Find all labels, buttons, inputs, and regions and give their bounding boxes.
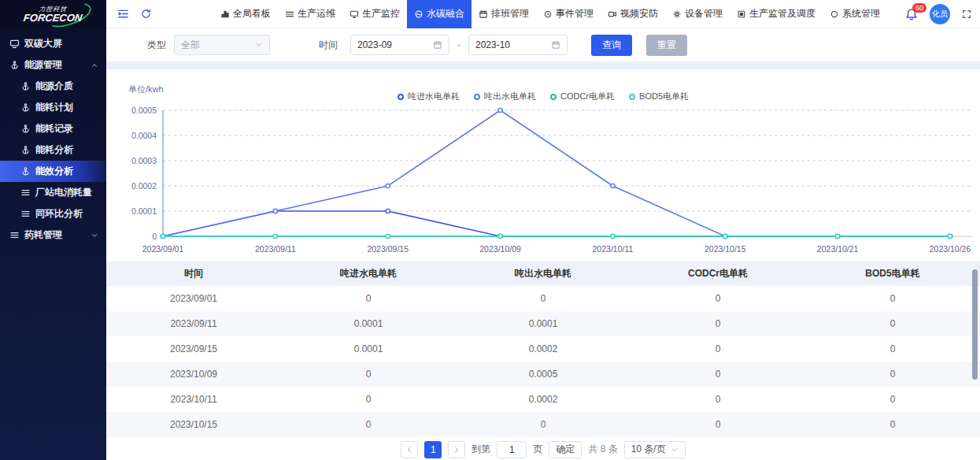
page-size-value: 10 条/页 [631,443,666,456]
legend-item-吨进水电单耗[interactable]: 吨进水电单耗 [398,91,460,102]
legend-item-CODCr电单耗[interactable]: CODCr电单耗 [550,91,615,102]
device-icon [672,9,682,19]
nav-item-label: 全局看板 [233,7,271,20]
sidebar-item-同环比分析[interactable]: 同环比分析 [0,203,106,224]
type-select-value: 全部 [181,39,200,52]
table-row: 2023/10/0900.000500 [106,362,980,387]
table-row: 2023/09/110.00010.000100 [106,311,980,336]
sidebar-item-label: 厂站电消耗量 [35,186,92,199]
nav-item-生产监管及调度[interactable]: 生产监管及调度 [730,0,823,28]
legend-item-吨出水电单耗[interactable]: 吨出水电单耗 [474,91,536,102]
screen-icon [9,39,20,49]
nav-item-事件管理[interactable]: 事件管理 [536,0,601,28]
refresh-icon[interactable] [140,8,152,20]
table-cell: 0 [281,412,456,437]
sidebar-item-label: 双碳大屏 [24,37,62,50]
table-cell: 2023/10/11 [106,387,281,412]
table-cell: 0 [631,286,805,311]
svg-text:0.0003: 0.0003 [131,156,157,165]
sidebar-item-label: 药耗管理 [24,228,62,242]
table-cell: 0 [805,362,980,387]
table-cell: 0 [805,286,980,311]
svg-text:2023/09/15: 2023/09/15 [367,244,409,254]
svg-text:2023/10/11: 2023/10/11 [593,244,634,254]
legend-item-BOD5电单耗[interactable]: BOD5电单耗 [629,91,689,102]
top-nav: 全局看板生产运维生产监控水碳融合排班管理事件管理视频安防设备管理生产监管及调度系… [213,0,887,28]
system-icon [830,9,839,19]
svg-text:2023/09/01: 2023/09/01 [142,244,184,254]
table-cell: 0.0001 [281,311,456,336]
legend-label: BOD5电单耗 [639,91,689,102]
date-from-input[interactable] [357,39,425,50]
energy-icon [20,102,31,113]
caret-up-icon [91,61,98,69]
list-icon [20,187,31,198]
date-range-separator: - [456,39,462,50]
fullscreen-icon[interactable] [961,9,972,20]
page-number-current[interactable]: 1 [424,441,442,458]
pagination: 1 到第 页 确定 共 8 条 10 条/页 [106,439,980,460]
sidebar-item-能源介质[interactable]: 能源介质 [0,76,106,97]
next-page-button[interactable] [448,441,465,458]
nav-item-排班管理[interactable]: 排班管理 [472,0,536,28]
table-cell: 0.0001 [456,311,631,336]
query-button[interactable]: 查询 [591,35,632,56]
goto-confirm-button[interactable]: 确定 [549,441,582,458]
sidebar-item-label: 能耗记录 [35,122,73,135]
table-cell: 2023/09/01 [106,286,281,311]
notification-badge: 60 [912,3,926,13]
sidebar-item-label: 能源管理 [24,58,62,72]
table-cell: 0 [456,412,631,437]
prev-page-button[interactable] [401,441,418,458]
sidebar-item-药耗管理[interactable]: 药耗管理 [0,224,106,246]
calendar-icon [433,40,442,50]
brand-name-en: FORCECON [23,13,83,23]
reset-button[interactable]: 重置 [646,35,687,56]
time-filter-label: 时间 [319,39,338,52]
table-cell: 0 [631,362,805,387]
type-select[interactable]: 全部 [174,35,270,55]
data-table: 时间吨进水电单耗吨出水电单耗CODCr电单耗BOD5电单耗 2023/09/01… [106,262,980,437]
table-cell: 0 [631,311,805,336]
sidebar-item-能效分析[interactable]: 能效分析 [0,161,106,182]
table-cell: 0 [631,412,805,437]
sidebar-item-label: 能源介质 [35,80,73,93]
date-from-field[interactable] [350,35,449,55]
video-icon [608,9,617,19]
legend-marker-icon [629,94,635,100]
nav-item-生产运维[interactable]: 生产运维 [278,0,342,28]
avatar[interactable]: 化员 [930,4,950,24]
nav-item-生产监控[interactable]: 生产监控 [342,0,407,28]
date-to-input[interactable] [475,39,543,50]
nav-item-设备管理[interactable]: 设备管理 [665,0,730,28]
nav-item-全局看板[interactable]: 全局看板 [213,0,278,28]
sidebar-item-label: 能耗分析 [35,143,73,157]
topbar: 全局看板生产运维生产监控水碳融合排班管理事件管理视频安防设备管理生产监管及调度系… [106,0,980,28]
energy-icon [9,60,20,70]
sidebar: 力控科技 FORCECON 双碳大屏能源管理能源介质能耗计划能耗记录能耗分析能效… [0,0,106,460]
page-size-select[interactable]: 10 条/页 [624,441,686,458]
date-to-field[interactable] [468,35,568,55]
sidebar-item-能源管理[interactable]: 能源管理 [0,54,106,76]
sidebar-item-能耗计划[interactable]: 能耗计划 [0,97,106,118]
bell-icon [904,13,919,24]
table-cell: 0 [631,336,805,362]
sidebar-item-双碳大屏[interactable]: 双碳大屏 [0,33,106,54]
nav-item-视频安防[interactable]: 视频安防 [601,0,665,28]
goto-page-input[interactable] [497,441,527,458]
table-zone: 时间吨进水电单耗吨出水电单耗CODCr电单耗BOD5电单耗 2023/09/01… [106,262,980,439]
table-scrollbar[interactable] [972,269,978,380]
notification-bell-icon[interactable]: 60 [904,7,919,21]
nav-item-label: 生产监控 [362,7,400,20]
collapse-menu-icon[interactable] [117,8,129,20]
column-header-时间: 时间 [106,262,281,286]
dashboard-icon [220,9,230,19]
nav-item-水碳融合[interactable]: 水碳融合 [407,0,472,28]
svg-text:2023/10/15: 2023/10/15 [704,244,746,254]
table-cell: 0 [805,387,980,412]
sidebar-item-厂站电消耗量[interactable]: 厂站电消耗量 [0,182,106,203]
table-cell: 0 [805,336,980,362]
sidebar-item-能耗记录[interactable]: 能耗记录 [0,118,106,139]
nav-item-系统管理[interactable]: 系统管理 [823,0,887,28]
sidebar-item-能耗分析[interactable]: 能耗分析 [0,139,106,161]
